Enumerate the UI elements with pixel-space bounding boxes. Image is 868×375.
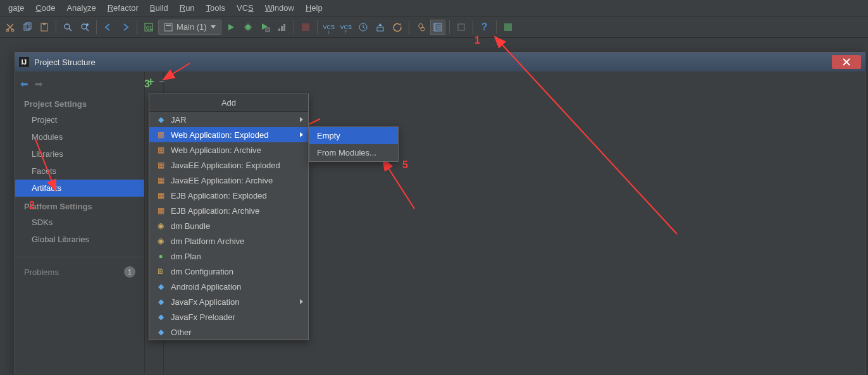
addmenu-item-label: Other <box>171 328 192 337</box>
menu-window[interactable]: Window <box>259 3 300 13</box>
addmenu-item-other[interactable]: ◆Other <box>149 324 308 340</box>
menu-tools[interactable]: Tools <box>201 3 231 13</box>
addmenu-item-label: dm Plan <box>171 252 201 261</box>
svg-rect-24 <box>458 24 464 30</box>
paste-icon[interactable] <box>37 20 52 35</box>
main-menu-bar: gate Code Analyze Refactor Build Run Too… <box>0 0 868 16</box>
menu-help[interactable]: Help <box>300 3 328 13</box>
sidebar-item-artifacts[interactable]: Artifacts <box>15 180 144 197</box>
sidebar-item-libraries[interactable]: Libraries <box>15 145 144 163</box>
toolbar-separator <box>409 20 409 34</box>
copy-icon[interactable] <box>20 20 35 35</box>
nav-forward-icon[interactable]: ➡ <box>35 78 43 90</box>
svg-rect-16 <box>281 26 283 31</box>
vcs-revert-icon[interactable] <box>390 20 405 35</box>
submenu-item-from-modules[interactable]: From Modules... <box>309 144 398 161</box>
toolbar-separator <box>294 20 294 34</box>
forward-icon[interactable] <box>118 20 133 35</box>
toolbar-separator <box>96 20 97 34</box>
coverage-icon[interactable] <box>257 20 273 35</box>
menu-refactor[interactable]: Refactor <box>102 3 144 13</box>
artifact-type-icon: ▦ <box>156 145 166 155</box>
menu-code[interactable]: Code <box>30 3 61 13</box>
sdk-icon[interactable] <box>454 20 469 35</box>
addmenu-item-ejb-application-archive[interactable]: ▦EJB Application: Archive <box>149 203 308 218</box>
menu-run[interactable]: Run <box>174 3 201 13</box>
dialog-titlebar[interactable]: IJ Project Structure <box>15 52 865 71</box>
submenu-arrow-icon <box>300 117 303 122</box>
addmenu-item-jar[interactable]: ◆JAR <box>149 112 308 127</box>
cut-icon[interactable] <box>3 20 18 35</box>
dialog-title: Project Structure <box>34 58 96 67</box>
find-usage-icon[interactable] <box>77 20 92 35</box>
addmenu-item-dm-configuration[interactable]: 🗎dm Configuration <box>149 264 308 279</box>
svg-point-8 <box>86 23 89 26</box>
addmenu-item-javafx-application[interactable]: ◆JavaFx Application <box>149 294 308 309</box>
artifact-type-icon: ◆ <box>156 297 166 307</box>
addmenu-item-javafx-preloader[interactable]: ◆JavaFx Preloader <box>149 309 308 324</box>
svg-rect-12 <box>166 25 171 26</box>
addmenu-item-ejb-application-exploded[interactable]: ▦EJB Application: Exploded <box>149 188 308 203</box>
artifact-type-icon: ▦ <box>156 190 166 200</box>
main-toolbar: 01 Main (1) VCS↓ VCS↑ ? <box>0 16 868 38</box>
addmenu-item-label: EJB Application: Exploded <box>171 191 267 200</box>
nav-back-icon[interactable]: ⬅ <box>20 78 28 90</box>
svg-rect-14 <box>266 28 270 32</box>
vcs-push-icon[interactable] <box>373 20 388 35</box>
close-icon <box>843 58 850 66</box>
stop-icon[interactable] <box>298 20 313 35</box>
addmenu-item-javaee-application-exploded[interactable]: ▦JavaEE Application: Exploded <box>149 157 308 173</box>
artifact-type-icon: ◆ <box>156 312 166 322</box>
add-menu-header: Add <box>149 94 308 112</box>
profiler-icon[interactable] <box>275 20 290 35</box>
svg-rect-23 <box>434 23 437 31</box>
help-icon[interactable]: ? <box>477 20 492 35</box>
sidebar-item-modules[interactable]: Modules <box>15 128 144 145</box>
addmenu-item-javaee-application-archive[interactable]: ▦JavaEE Application: Archive <box>149 173 308 188</box>
run-config-selector[interactable]: Main (1) <box>158 20 221 35</box>
submenu-arrow-icon <box>300 132 303 137</box>
toolbar-separator <box>473 20 473 34</box>
back-icon[interactable] <box>101 20 116 35</box>
artifact-type-icon: ● <box>156 251 166 261</box>
project-structure-icon[interactable] <box>430 20 445 35</box>
artifact-type-icon: ▦ <box>156 175 166 185</box>
find-icon[interactable] <box>60 20 75 35</box>
artifact-type-icon: ◉ <box>156 236 166 246</box>
addmenu-item-android-application[interactable]: ◆Android Application <box>149 279 308 294</box>
addmenu-item-dm-platform-archive[interactable]: ◉dm Platform Archive <box>149 233 308 249</box>
toolbar-separator <box>137 20 137 34</box>
sidebar-item-problems[interactable]: Problems 1 <box>15 257 144 281</box>
addmenu-item-dm-plan[interactable]: ●dm Plan <box>149 249 308 264</box>
close-button[interactable] <box>832 55 861 69</box>
menu-navigate[interactable]: gate <box>3 3 30 13</box>
jrebel-icon[interactable] <box>500 20 516 35</box>
sidebar-item-facets[interactable]: Facets <box>15 163 144 180</box>
addmenu-item-label: JAR <box>171 115 187 125</box>
vcs-commit-icon[interactable]: VCS↑ <box>338 20 354 35</box>
addmenu-item-web-application-archive[interactable]: ▦Web Application: Archive <box>149 142 308 157</box>
settings-icon[interactable] <box>413 20 428 35</box>
sidebar-item-sdks[interactable]: SDKs <box>15 214 144 231</box>
menu-build[interactable]: Build <box>144 3 174 13</box>
vcs-history-icon[interactable] <box>356 20 371 35</box>
addmenu-item-web-application-exploded[interactable]: ▦Web Application: Exploded <box>149 127 308 142</box>
submenu-item-empty[interactable]: Empty <box>309 127 398 144</box>
menu-vcs[interactable]: VCS <box>231 3 259 13</box>
addmenu-item-label: dm Bundle <box>171 221 210 231</box>
addmenu-item-label: JavaFx Preloader <box>171 312 235 322</box>
addmenu-item-dm-bundle[interactable]: ◉dm Bundle <box>149 218 308 233</box>
svg-point-13 <box>245 25 251 30</box>
sidebar-item-project[interactable]: Project <box>15 111 144 128</box>
problems-label: Problems <box>24 267 59 277</box>
add-artifact-menu: Add ◆JAR▦Web Application: Exploded▦Web A… <box>149 94 309 340</box>
annotation-5: 5 <box>402 159 408 171</box>
run-icon[interactable] <box>223 20 239 35</box>
vcs-update-icon[interactable]: VCS↓ <box>321 20 337 35</box>
sidebar-item-global-libraries[interactable]: Global Libraries <box>15 231 144 248</box>
toolbar-separator <box>496 20 497 34</box>
make-icon[interactable]: 01 <box>141 20 156 35</box>
artifact-type-icon: ◆ <box>156 327 166 337</box>
debug-icon[interactable] <box>240 20 256 35</box>
menu-analyze[interactable]: Analyze <box>61 3 101 13</box>
